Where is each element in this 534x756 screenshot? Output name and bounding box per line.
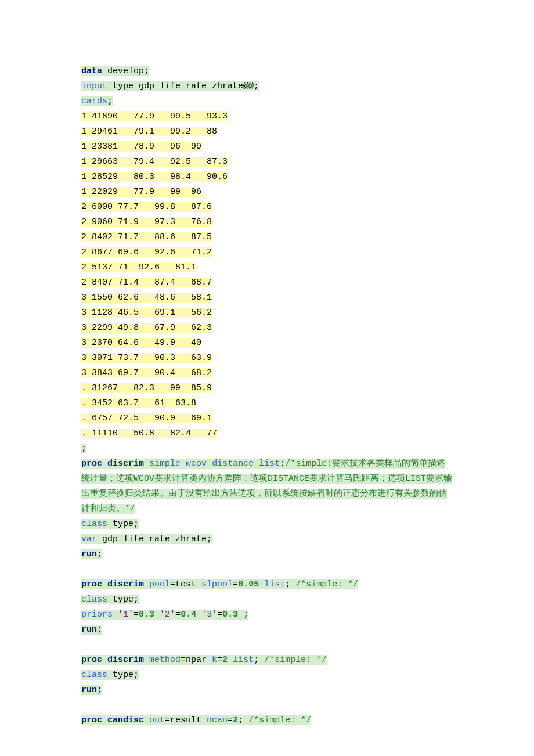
code-token: '2' — [160, 610, 175, 620]
code-token: = — [175, 610, 181, 620]
code-line: 3 1128 46.5 69.1 56.2 — [81, 305, 453, 321]
code-token: ; — [238, 610, 248, 620]
code-line: class type; — [81, 517, 453, 532]
code-token: /*simple: */ — [295, 579, 358, 589]
code-token: proc — [81, 459, 102, 469]
code-line: 2 8407 71.4 87.4 68.7 — [81, 275, 453, 290]
code-token: priors — [81, 610, 113, 620]
code-line: 1 29663 79.4 92.5 87.3 — [81, 154, 453, 170]
code-token: k — [212, 655, 217, 665]
code-token: 3 1128 46.5 69.1 56.2 — [81, 308, 212, 318]
code-token — [102, 715, 107, 725]
code-line: 1 28529 80.3 98.4 90.6 — [81, 170, 453, 185]
code-token: 1 29663 79.4 92.5 87.3 — [81, 157, 228, 167]
code-token — [207, 459, 212, 469]
code-token: slpool — [201, 579, 233, 589]
code-token — [102, 459, 107, 469]
code-token: 2 8402 71.7 88.6 87.5 — [81, 232, 212, 242]
code-token: '3' — [201, 610, 217, 620]
code-token — [154, 610, 160, 620]
code-token: 3 3843 69.7 90.4 68.2 — [81, 368, 212, 378]
code-line: 3 3843 69.7 90.4 68.2 — [81, 366, 453, 381]
code-token: 3 3071 73.7 90.3 63.9 — [81, 353, 212, 363]
code-line: var gdp life rate zhrate; — [81, 532, 453, 547]
code-token: 2 6000 77.7 99.8 87.6 — [81, 202, 212, 212]
code-token: = — [228, 715, 233, 725]
code-token — [144, 655, 149, 665]
code-token — [144, 579, 149, 589]
code-token: ncan — [207, 715, 228, 725]
code-token: /*simple: */ — [264, 655, 327, 665]
code-line: . 3452 63.7 61 63.8 — [81, 396, 453, 411]
code-token: . 6757 72.5 90.9 69.1 — [81, 413, 212, 423]
code-token: simple — [149, 459, 181, 469]
code-token: run — [81, 625, 97, 635]
code-line: cards; — [81, 94, 453, 109]
code-token: run — [81, 549, 97, 559]
code-token: 3 2299 49.8 67.9 62.3 — [81, 323, 212, 333]
code-token: candisc — [107, 715, 144, 725]
code-line: run; — [81, 547, 453, 562]
code-token: input — [81, 81, 107, 91]
code-token: gdp life rate zhrate; — [97, 534, 212, 544]
code-token — [254, 459, 259, 469]
code-token: 2 — [233, 715, 238, 725]
code-line: ; — [81, 441, 453, 456]
code-line: 2 5137 71 92.6 81.1 — [81, 260, 453, 275]
code-token: 0.05 — [238, 579, 259, 589]
code-token: 2 9060 71.9 97.3 76.8 — [81, 217, 212, 227]
code-token: = — [233, 579, 238, 589]
code-line: 3 2370 64.6 49.9 40 — [81, 336, 453, 351]
code-token — [144, 715, 149, 725]
code-token: class — [81, 519, 107, 529]
code-line: 1 41890 77.9 99.5 93.3 — [81, 109, 453, 124]
code-token: 1 23381 78.9 96 99 — [81, 142, 201, 152]
code-token: list — [264, 579, 285, 589]
code-token — [81, 700, 86, 710]
code-token: var — [81, 534, 97, 544]
code-token: type; — [107, 519, 139, 529]
code-token: proc — [81, 715, 102, 725]
code-token: 2 8407 71.4 87.4 68.7 — [81, 278, 212, 287]
code-token: data — [81, 66, 102, 76]
code-token: =test — [170, 579, 201, 589]
code-line: proc discrim pool=test slpool=0.05 list;… — [81, 577, 453, 592]
code-token: type; — [107, 670, 139, 680]
code-line: proc discrim method=npar k=2 list; /*sim… — [81, 653, 453, 668]
code-token — [144, 459, 149, 469]
code-token: discrim — [107, 459, 144, 469]
code-line: run; — [81, 622, 453, 638]
code-line: 2 6000 77.7 99.8 87.6 — [81, 200, 453, 215]
code-token: 2 — [222, 655, 228, 665]
code-token: ; — [81, 444, 86, 453]
code-token: = — [217, 655, 222, 665]
code-token — [181, 459, 186, 469]
code-token: . 31267 82.3 99 85.9 — [81, 383, 212, 393]
code-token: 3 1550 62.6 48.6 58.1 — [81, 293, 212, 303]
code-line: 1 22029 77.9 99 96 — [81, 185, 453, 200]
code-token: develop; — [102, 66, 149, 76]
code-token: 0.4 — [181, 610, 196, 620]
code-token: method — [149, 655, 181, 665]
code-token: 0.3 — [139, 610, 154, 620]
code-line: 3 1550 62.6 48.6 58.1 — [81, 290, 453, 305]
code-token: /*simple: */ — [248, 715, 311, 725]
code-token: ; — [97, 549, 102, 559]
code-token: ; — [254, 655, 264, 665]
code-token: type gdp life rate zhrate@@; — [107, 81, 259, 91]
code-token: proc — [81, 655, 102, 665]
code-line — [81, 698, 453, 713]
code-token: ; — [285, 579, 295, 589]
code-token: distance — [212, 459, 254, 469]
code-token: 0.3 — [222, 610, 238, 620]
code-line: . 6757 72.5 90.9 69.1 — [81, 411, 453, 426]
code-line: data develop; — [81, 64, 453, 79]
code-token: ; — [107, 96, 113, 106]
code-token: = — [217, 610, 222, 620]
code-token: list — [259, 459, 280, 469]
code-line: 2 8402 71.7 88.6 87.5 — [81, 230, 453, 245]
code-token — [196, 610, 201, 620]
code-token — [259, 579, 264, 589]
code-line: 1 29461 79.1 99.2 88 — [81, 124, 453, 139]
code-line: 2 9060 71.9 97.3 76.8 — [81, 215, 453, 230]
